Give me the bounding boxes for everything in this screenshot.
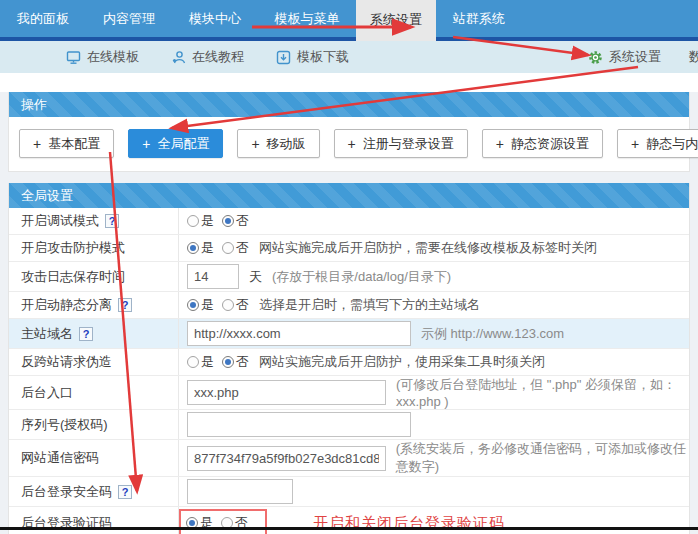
radio-开启动静态分离-否[interactable]: 否 [222,296,249,314]
toolbar-item-label: 数 [689,48,698,66]
row-note: 网站实施完成后开启防护，使用采集工具时须关闭 [259,353,545,371]
admin-settings-screen: 我的面板内容管理模块中心模板与菜单系统设置站群系统 在线模板在线教程模板下载 系… [0,0,698,534]
input-攻击日志保存时间[interactable] [187,264,239,289]
top-nav: 我的面板内容管理模块中心模板与菜单系统设置站群系统 [0,0,698,41]
nav-tab-我的面板[interactable]: 我的面板 [0,0,86,37]
toolbar-item-label: 系统设置 [609,48,661,66]
radio-开启调试模式-否[interactable]: 否 [222,212,249,230]
row-content: 是否网站实施完成后开启防护，使用采集工具时须关闭 [179,353,689,371]
radio-circle-icon [187,215,199,227]
toolbar-item-在线教程[interactable]: 在线教程 [171,48,244,66]
row-label: 开启攻击防护模式 [9,235,179,261]
global-settings-table: 开启调试模式?是否开启攻击防护模式是否网站实施完成后开启防护，需要在线修改模板及… [9,208,689,534]
sub-toolbar: 在线模板在线教程模板下载 系统设置数 [0,41,698,73]
nav-tab-模板与菜单[interactable]: 模板与菜单 [258,0,356,37]
input-suffix: 天 [249,268,262,286]
nav-tab-模块中心[interactable]: 模块中心 [172,0,258,37]
radio-反跨站请求伪造-否[interactable]: 否 [222,353,249,371]
toolbar-item-数[interactable]: 数 [689,48,698,66]
plus-icon: + [251,136,259,152]
row-label: 后台登录安全码? [9,477,179,506]
row-label: 网站通信密码 [9,440,179,476]
row-content: 示例 http://www.123.com [179,321,689,346]
row-note: 网站实施完成后开启防护，需要在线修改模板及标签时关闭 [259,239,597,257]
radio-circle-icon [222,356,234,368]
toolbar-item-label: 在线教程 [192,48,244,66]
row-label: 开启动静态分离? [9,292,179,318]
row-content: 是否开启和关闭后台登录验证码 [179,509,689,534]
operations-buttons: +基本配置+全局配置+移动版+注册与登录设置+静态资源设置+静态与内容设置+属性… [9,117,689,171]
toolbar-right-group: 系统设置数 [588,48,698,66]
radio-开启攻击防护模式-否[interactable]: 否 [222,239,249,257]
input-后台入口[interactable] [187,380,386,405]
row-content [179,479,689,504]
row-content: (系统安装后，务必修改通信密码，可添加或修改任意数字) [179,440,689,476]
row-note: (可修改后台登陆地址，但 ".php" 必须保留，如：xxx.php ) [396,376,689,409]
help-icon[interactable]: ? [118,485,132,499]
page-content: 操作 +基本配置+全局配置+移动版+注册与登录设置+静态资源设置+静态与内容设置… [0,92,698,534]
help-icon[interactable]: ? [79,327,93,341]
settings-row-后台登录安全码: 后台登录安全码? [9,477,689,507]
config-button-注册与登录设置[interactable]: +注册与登录设置 [334,129,468,158]
settings-row-开启动静态分离: 开启动静态分离?是否选择是开启时，需填写下方的主站域名 [9,292,689,319]
active-config-button-全局配置[interactable]: +全局配置 [128,129,223,158]
radio-group-开启动静态分离: 是否 [187,296,249,314]
input-主站域名[interactable] [187,321,411,346]
radio-开启调试模式-是[interactable]: 是 [187,212,214,230]
radio-反跨站请求伪造-是[interactable]: 是 [187,353,214,371]
nav-tab-内容管理[interactable]: 内容管理 [86,0,172,37]
plus-icon: + [142,136,150,152]
row-note: 选择是开启时，需填写下方的主站域名 [259,296,480,314]
settings-row-主站域名: 主站域名?示例 http://www.123.com [9,319,689,349]
row-label: 开启调试模式? [9,208,179,234]
settings-row-序列号(授权码): 序列号(授权码) [9,410,689,440]
config-button-静态与内容设置[interactable]: +静态与内容设置 [617,129,698,158]
nav-tab-系统设置[interactable]: 系统设置 [356,0,436,41]
row-label: 后台入口 [9,376,179,409]
radio-circle-icon [187,242,199,254]
global-settings-title: 全局设置 [9,183,689,208]
row-label: 序列号(授权码) [9,410,179,439]
row-note: 示例 http://www.123.com [421,325,564,343]
operations-panel: 操作 +基本配置+全局配置+移动版+注册与登录设置+静态资源设置+静态与内容设置… [8,92,690,172]
radio-开启动静态分离-是[interactable]: 是 [187,296,214,314]
config-button-移动版[interactable]: +移动版 [237,129,319,158]
radio-group-开启攻击防护模式: 是否 [187,239,249,257]
row-content: 是否 [179,212,689,230]
toolbar-item-label: 在线模板 [87,48,139,66]
monitor-icon [66,50,81,65]
radio-circle-icon [222,299,234,311]
toolbar-left-group: 在线模板在线教程模板下载 [66,48,349,66]
toolbar-item-模板下载[interactable]: 模板下载 [276,48,349,66]
toolbar-item-在线模板[interactable]: 在线模板 [66,48,139,66]
settings-row-攻击日志保存时间: 攻击日志保存时间天(存放于根目录/data/log/目录下) [9,262,689,292]
radio-开启攻击防护模式-是[interactable]: 是 [187,239,214,257]
config-button-基本配置[interactable]: +基本配置 [19,129,114,158]
row-content [179,412,689,437]
config-button-静态资源设置[interactable]: +静态资源设置 [482,129,603,158]
settings-row-反跨站请求伪造: 反跨站请求伪造是否网站实施完成后开启防护，使用采集工具时须关闭 [9,349,689,376]
tutorial-icon [171,50,186,65]
help-icon[interactable]: ? [118,298,132,312]
toolbar-item-系统设置[interactable]: 系统设置 [588,48,661,66]
radio-group-开启调试模式: 是否 [187,212,249,230]
input-后台登录安全码[interactable] [187,479,293,504]
red-highlight-box: 是否 [179,509,267,534]
nav-tab-站群系统[interactable]: 站群系统 [436,0,522,37]
radio-group-反跨站请求伪造: 是否 [187,353,249,371]
plus-icon: + [631,136,639,152]
input-序列号(授权码)[interactable] [187,412,411,437]
row-content: 是否网站实施完成后开启防护，需要在线修改模板及标签时关闭 [179,239,689,257]
row-label: 反跨站请求伪造 [9,349,179,375]
input-网站通信密码[interactable] [187,446,386,471]
row-note: (存放于根目录/data/log/目录下) [272,268,451,286]
plus-icon: + [496,136,504,152]
gear-icon [588,50,603,65]
help-icon[interactable]: ? [105,214,119,228]
radio-circle-icon [222,215,234,227]
toolbar-item-label: 模板下载 [297,48,349,66]
settings-row-开启攻击防护模式: 开启攻击防护模式是否网站实施完成后开启防护，需要在线修改模板及标签时关闭 [9,235,689,262]
row-content: 是否选择是开启时，需填写下方的主站域名 [179,296,689,314]
download-icon [276,50,291,65]
settings-row-后台入口: 后台入口(可修改后台登陆地址，但 ".php" 必须保留，如：xxx.php ) [9,376,689,410]
